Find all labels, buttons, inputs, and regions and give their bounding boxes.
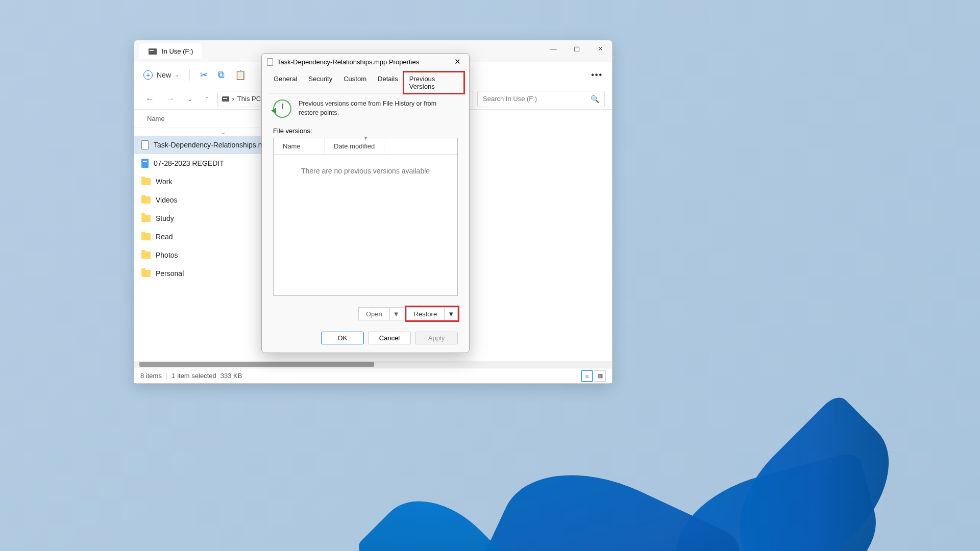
folder-icon	[141, 196, 151, 204]
file-name: Work	[156, 178, 172, 186]
search-placeholder: Search In Use (F:)	[483, 95, 537, 103]
new-button[interactable]: + New ⌄	[143, 70, 179, 80]
search-icon: 🔍	[591, 95, 599, 103]
tab-general[interactable]: General	[268, 72, 303, 93]
dialog-footer: OK Cancel Apply	[262, 325, 469, 353]
file-name: Study	[156, 214, 174, 222]
up-button[interactable]: ↑	[201, 92, 213, 106]
tab-strip: General Security Custom Details Previous…	[262, 70, 469, 93]
icons-view-button[interactable]: ▦	[595, 370, 606, 382]
file-name: Read	[156, 233, 173, 241]
column-header-date[interactable]: Date modified	[325, 138, 384, 154]
file-name: Photos	[156, 251, 178, 259]
window-controls: — ▢ ✕	[542, 40, 612, 57]
dialog-close-button[interactable]: ✕	[451, 56, 464, 67]
new-label: New	[157, 71, 171, 79]
column-header-name[interactable]: Name	[274, 138, 325, 154]
dialog-title: Task-Dependency-Relationships.mpp Proper…	[277, 58, 419, 66]
tab-security[interactable]: Security	[303, 72, 338, 93]
horizontal-scrollbar[interactable]	[134, 361, 612, 368]
open-button[interactable]: Open	[358, 307, 390, 320]
status-item-count: 8 items	[140, 372, 162, 380]
details-view-button[interactable]: ≡	[581, 370, 593, 382]
separator	[189, 69, 190, 81]
cut-icon[interactable]: ✂	[200, 69, 208, 81]
previous-versions-description: Previous versions come from File History…	[299, 99, 458, 117]
history-icon	[273, 99, 291, 118]
folder-icon	[141, 178, 151, 185]
recent-dropdown[interactable]: ⌄	[183, 93, 197, 105]
back-button[interactable]: ←	[141, 92, 158, 106]
properties-dialog: Task-Dependency-Relationships.mpp Proper…	[261, 53, 470, 353]
search-input[interactable]: Search In Use (F:) 🔍	[477, 91, 605, 107]
tab-previous-versions[interactable]: Previous Versions	[404, 72, 464, 93]
folder-icon	[141, 233, 151, 240]
restore-button-group: Restore ▼	[406, 307, 458, 320]
dialog-titlebar[interactable]: Task-Dependency-Relationships.mpp Proper…	[262, 54, 469, 70]
open-dropdown-button[interactable]: ▼	[390, 307, 403, 320]
restore-button[interactable]: Restore	[406, 307, 445, 320]
apply-button[interactable]: Apply	[415, 332, 458, 344]
status-bar: 8 items | 1 item selected 333 KB ≡ ▦	[134, 368, 612, 383]
tab-title: In Use (F:)	[162, 47, 193, 55]
file-name: Task-Dependency-Relationships.mp	[154, 141, 268, 149]
tab-custom[interactable]: Custom	[338, 72, 372, 93]
forward-button[interactable]: →	[162, 92, 179, 106]
view-toggles: ≡ ▦	[581, 370, 606, 382]
file-name: Personal	[156, 269, 184, 278]
folder-icon	[141, 215, 151, 222]
breadcrumb-sep: ›	[232, 95, 234, 103]
chevron-down-icon: ⌄	[175, 72, 179, 78]
drive-icon	[222, 96, 229, 102]
folder-icon	[141, 270, 151, 277]
maximize-button[interactable]: ▢	[565, 40, 589, 57]
cancel-button[interactable]: Cancel	[368, 332, 411, 344]
file-versions-list[interactable]: ▾ Name Date modified There are no previo…	[273, 138, 458, 296]
dialog-body: Previous versions come from File History…	[262, 93, 469, 302]
file-icon	[267, 58, 273, 66]
restore-dropdown-button[interactable]: ▼	[445, 307, 458, 320]
copy-icon[interactable]: ⧉	[218, 69, 225, 80]
folder-icon	[141, 252, 151, 259]
paste-icon[interactable]: 📋	[235, 69, 246, 81]
tab-details[interactable]: Details	[372, 72, 404, 93]
scrollbar-thumb[interactable]	[139, 362, 374, 367]
window-tab[interactable]: In Use (F:)	[139, 43, 202, 59]
file-icon	[141, 140, 149, 149]
separator: |	[166, 372, 167, 380]
version-actions: Open ▼ Restore ▼	[262, 302, 469, 325]
more-button[interactable]: •••	[591, 70, 603, 80]
status-selected: 1 item selected	[172, 372, 216, 380]
file-name: Videos	[156, 196, 178, 204]
file-name: 07-28-2023 REGEDIT	[154, 159, 224, 167]
empty-message: There are no previous versions available	[274, 155, 457, 187]
close-button[interactable]: ✕	[589, 40, 612, 57]
ok-button[interactable]: OK	[321, 332, 364, 344]
breadcrumb-item[interactable]: This PC	[237, 95, 261, 103]
status-size: 333 KB	[220, 372, 242, 380]
drive-icon	[149, 48, 157, 55]
minimize-button[interactable]: —	[542, 40, 565, 57]
column-resize-icon[interactable]: ▾	[364, 135, 367, 141]
file-versions-label: File versions:	[273, 127, 458, 135]
registry-icon	[141, 159, 149, 168]
open-button-group: Open ▼	[358, 307, 403, 320]
plus-icon: +	[143, 70, 153, 80]
